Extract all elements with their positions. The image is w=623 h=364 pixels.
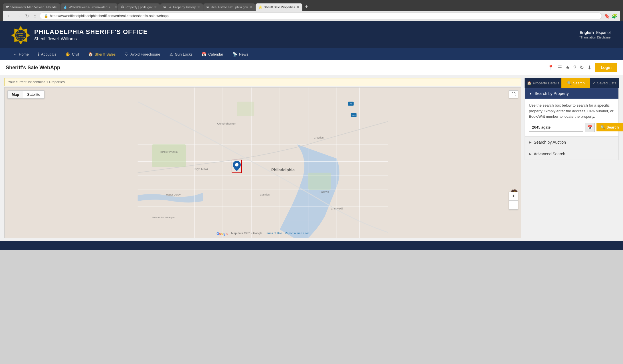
zoom-in-button[interactable]: + bbox=[509, 192, 518, 201]
tab-close-6[interactable]: ✕ bbox=[297, 5, 300, 9]
login-button[interactable]: Login bbox=[595, 63, 617, 72]
list-tool-icon[interactable]: ☰ bbox=[557, 64, 562, 71]
search-by-property-header[interactable]: ▼ Search by Property bbox=[525, 88, 618, 99]
reload-button[interactable]: ↻ bbox=[24, 13, 30, 19]
map-zoom-controls: + − bbox=[509, 192, 518, 210]
advanced-search-header[interactable]: ▶ Advanced Search bbox=[525, 148, 618, 160]
tab-close-3[interactable]: ✕ bbox=[154, 5, 157, 9]
tab-favicon-5: 🏛 bbox=[206, 5, 209, 9]
browser-tab-bar: 🗺 Stormwater Map Viewer | Philade… ✕ 💧 W… bbox=[3, 2, 620, 11]
zoom-out-button[interactable]: − bbox=[509, 201, 518, 209]
english-link[interactable]: English bbox=[579, 30, 594, 35]
main-content: Sheriff's Sale WebApp 📍 ☰ ★ ? ↻ ⬇ Login … bbox=[0, 60, 623, 241]
map-section: Your current list contains 1 Properties bbox=[4, 78, 521, 238]
language-links: English Español bbox=[579, 30, 612, 35]
panel-tabs: 🏠 Property Details 🔍 Search ✓ Saved List… bbox=[525, 78, 619, 88]
star-tool-icon[interactable]: ★ bbox=[565, 64, 570, 71]
map-container[interactable]: Philadelphia Conshohocken King of Prussi… bbox=[4, 87, 521, 238]
sub-name: Sheriff Jewell Williams bbox=[34, 36, 148, 41]
saved-lists-tab-icon: ✓ bbox=[592, 81, 596, 85]
tab-close-4[interactable]: ✕ bbox=[197, 5, 200, 9]
search-by-auction-header[interactable]: ▶ Search by Auction bbox=[525, 137, 618, 148]
advanced-caret-icon: ▶ bbox=[529, 152, 531, 156]
svg-text:OFFICE: OFFICE bbox=[18, 34, 23, 36]
browser-tab-2[interactable]: 💧 Water/Sewer & Stormwater Bi… ✕ bbox=[60, 3, 118, 11]
download-tool-icon[interactable]: ⬇ bbox=[587, 64, 592, 71]
new-tab-button[interactable]: + bbox=[303, 2, 310, 11]
tab-close-2[interactable]: ✕ bbox=[115, 5, 118, 9]
property-search-input[interactable] bbox=[529, 123, 583, 132]
map-fullscreen-button[interactable]: ⛶ bbox=[509, 90, 518, 98]
nav-civil-label: Civil bbox=[72, 52, 79, 56]
svg-rect-25 bbox=[237, 102, 254, 116]
nav-news[interactable]: 📡 News bbox=[228, 48, 253, 60]
nav-civil[interactable]: ✋ Civil bbox=[61, 48, 84, 60]
browser-tab-4[interactable]: 🏛 L&I Property History ✕ bbox=[160, 3, 203, 11]
auction-caret-icon: ▶ bbox=[529, 140, 531, 144]
forward-button[interactable]: → bbox=[15, 13, 22, 19]
search-description: Use the search box below to search for a… bbox=[529, 103, 614, 119]
bookmark-icon[interactable]: 🔖 bbox=[604, 13, 610, 19]
search-by-property-section: ▼ Search by Property Use the search box … bbox=[525, 88, 618, 136]
nav-avoid-foreclosure-label: Avoid Foreclosure bbox=[130, 52, 160, 56]
nav-calendar[interactable]: 📅 Calendar bbox=[197, 48, 228, 60]
extensions-icon[interactable]: 🧩 bbox=[612, 13, 617, 19]
body-layout: Your current list contains 1 Properties bbox=[0, 75, 623, 241]
property-search-button[interactable]: 🔍 Search bbox=[596, 123, 623, 131]
nav-gun-locks[interactable]: ⚠ Gun Locks bbox=[165, 48, 197, 60]
report-error-link[interactable]: Report a map error bbox=[285, 232, 309, 236]
nav-home-label: Home bbox=[19, 52, 29, 56]
search-by-property-body: Use the search box below to search for a… bbox=[525, 99, 618, 136]
site-header: SHERIFF'S OFFICE PHILADELPHIA PHILADELPH… bbox=[0, 21, 623, 48]
spanish-link[interactable]: Español bbox=[596, 30, 611, 35]
svg-text:Philadelphia Intl Airport: Philadelphia Intl Airport bbox=[152, 216, 175, 219]
nav-sheriff-sales[interactable]: 🏠 Sheriff Sales bbox=[84, 48, 120, 60]
browser-tab-6[interactable]: ⭐ Sheriff Sale Properties ✕ bbox=[256, 3, 302, 11]
nav-news-label: News bbox=[239, 52, 248, 56]
svg-text:Cherry Hill: Cherry Hill bbox=[331, 207, 343, 210]
back-button[interactable]: ← bbox=[6, 13, 13, 19]
calendar-picker-button[interactable]: 📅 bbox=[585, 123, 595, 132]
svg-text:PHILADELPHIA: PHILADELPHIA bbox=[17, 37, 25, 38]
translation-note: *Translation Disclaimer bbox=[579, 36, 612, 39]
tab-favicon-1: 🗺 bbox=[6, 5, 9, 9]
search-by-property-title: Search by Property bbox=[535, 91, 569, 96]
tab-close-5[interactable]: ✕ bbox=[249, 5, 252, 9]
svg-text:76: 76 bbox=[349, 103, 352, 105]
svg-text:SHERIFF'S: SHERIFF'S bbox=[17, 32, 25, 34]
map-button[interactable]: Map bbox=[8, 91, 23, 98]
nav-avoid-foreclosure[interactable]: 🛡 Avoid Foreclosure bbox=[120, 48, 165, 60]
satellite-button[interactable]: Satellite bbox=[23, 91, 44, 98]
nav-home[interactable]: ← Home bbox=[9, 48, 33, 60]
saved-lists-tab[interactable]: ✓ Saved Lists bbox=[590, 78, 619, 88]
tab-title-1: Stormwater Map Viewer | Philade… bbox=[10, 5, 60, 9]
pin-tool-icon[interactable]: 📍 bbox=[548, 64, 554, 71]
search-by-auction-section: ▶ Search by Auction bbox=[525, 136, 618, 148]
browser-tab-5[interactable]: 🏛 Real Estate Tax | phila.gov ✕ bbox=[203, 3, 255, 11]
svg-text:Camden: Camden bbox=[260, 193, 270, 196]
refresh-tool-icon[interactable]: ↻ bbox=[580, 64, 584, 71]
browser-tab-1[interactable]: 🗺 Stormwater Map Viewer | Philade… ✕ bbox=[3, 3, 60, 11]
webapp-tools: 📍 ☰ ★ ? ↻ ⬇ Login bbox=[548, 63, 617, 72]
tab-favicon-2: 💧 bbox=[63, 5, 67, 9]
google-logo: Google bbox=[217, 232, 228, 236]
svg-rect-23 bbox=[152, 144, 186, 167]
property-details-tab[interactable]: 🏠 Property Details bbox=[525, 78, 561, 88]
search-tab-icon: 🔍 bbox=[567, 81, 572, 85]
svg-text:King of Prussia: King of Prussia bbox=[160, 151, 177, 153]
map-pin-icon bbox=[233, 161, 241, 171]
browser-action-icons: 🔖 🧩 bbox=[604, 13, 617, 19]
nav-about[interactable]: ℹ About Us bbox=[33, 48, 61, 60]
search-tab[interactable]: 🔍 Search bbox=[561, 78, 590, 88]
browser-tab-3[interactable]: 🏛 Property | phila.gov ✕ bbox=[118, 3, 160, 11]
nav-calendar-label: Calendar bbox=[208, 52, 223, 56]
url-bar[interactable]: 🔒 https://www.officeofphiladelphiasherif… bbox=[40, 13, 602, 19]
home-button[interactable]: ⌂ bbox=[32, 13, 37, 19]
webapp-header: Sheriff's Sale WebApp 📍 ☰ ★ ? ↻ ⬇ Login bbox=[0, 60, 623, 75]
map-toggle: Map Satellite bbox=[7, 90, 44, 99]
terms-of-use-link[interactable]: Terms of Use bbox=[265, 232, 282, 236]
help-tool-icon[interactable]: ? bbox=[573, 65, 576, 71]
tab-title-5: Real Estate Tax | phila.gov bbox=[211, 5, 248, 9]
nav-sheriff-sales-label: Sheriff Sales bbox=[95, 52, 116, 56]
property-details-tab-icon: 🏠 bbox=[527, 81, 531, 85]
